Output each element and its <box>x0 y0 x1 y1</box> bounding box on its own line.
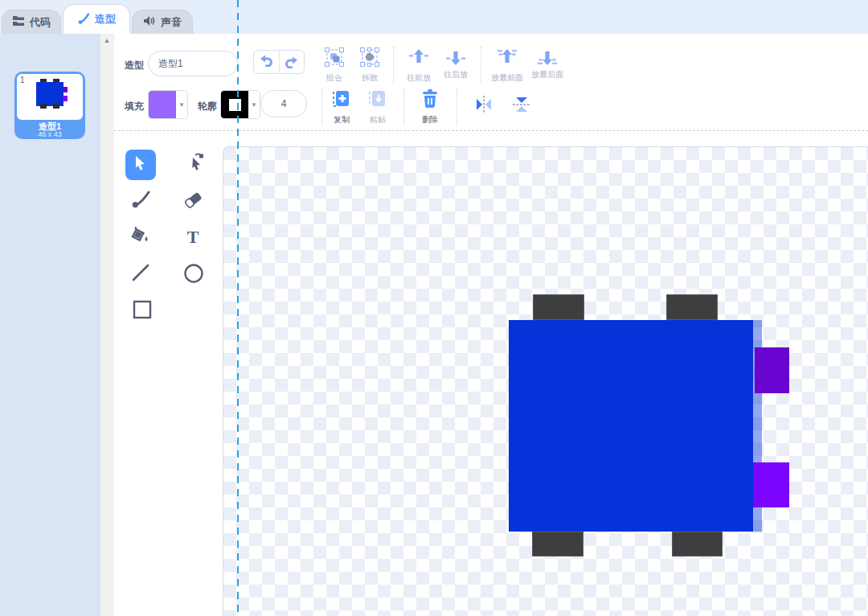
select-tool-icon <box>133 154 149 175</box>
stroke-width-input[interactable] <box>260 90 307 117</box>
layer-forward-label: 往前放 <box>407 72 431 84</box>
outline-label: 轮廓 <box>198 100 217 113</box>
layer-front-label: 放最前面 <box>491 72 523 84</box>
ungroup-icon <box>359 47 380 71</box>
costume-list-scrollbar[interactable] <box>100 34 114 616</box>
fill-tool-icon <box>128 225 150 249</box>
ungroup-button[interactable]: 拆散 <box>355 47 384 84</box>
copy-icon <box>332 88 351 113</box>
circle-tool-icon <box>183 263 204 287</box>
undo-icon <box>259 54 273 70</box>
fill-tool-button[interactable] <box>128 226 150 248</box>
mini-wheel-icon <box>40 104 47 109</box>
layer-forward-button[interactable]: 往前放 <box>403 47 435 84</box>
mini-car-body <box>36 82 63 106</box>
costume-thumbnail: 1 <box>17 74 83 120</box>
layer-front-button[interactable]: 放最前面 <box>487 47 527 84</box>
bumper-shape[interactable] <box>753 462 789 507</box>
line-tool-icon <box>130 262 151 286</box>
layer-back-button[interactable]: 放最后面 <box>527 47 567 80</box>
delete-label: 删除 <box>422 114 438 125</box>
fill-label: 填充 <box>125 100 144 113</box>
brush-tool-icon <box>130 189 151 213</box>
paint-canvas[interactable] <box>223 146 868 616</box>
reshape-tool-icon <box>187 153 207 177</box>
canvas-guide-line <box>237 0 239 616</box>
layer-back-label: 放最后面 <box>531 69 563 80</box>
flip-vertical-button[interactable] <box>510 95 533 117</box>
paste-button[interactable]: 粘贴 <box>366 88 390 125</box>
text-tool-icon: T <box>187 227 199 248</box>
fill-color-control[interactable]: ▾ <box>148 90 188 119</box>
tab-costumes-label: 造型 <box>95 12 116 27</box>
rectangle-tool-button[interactable] <box>131 300 154 322</box>
flip-vertical-icon <box>511 94 532 118</box>
toolbar-divider <box>481 47 481 84</box>
costume-name-input[interactable] <box>148 51 238 76</box>
undo-button[interactable] <box>254 51 279 73</box>
eraser-tool-button[interactable] <box>182 190 204 212</box>
costume-list-panel: 1 造型1 46 x 43 <box>0 34 100 616</box>
mini-bumper <box>63 96 68 101</box>
copy-button[interactable]: 复制 <box>330 88 354 125</box>
trash-icon <box>421 88 439 113</box>
eraser-tool-icon <box>182 189 203 213</box>
text-tool-button[interactable]: T <box>182 226 204 248</box>
outline-color-swatch <box>221 91 248 118</box>
mini-bumper <box>63 87 68 92</box>
flip-horizontal-button[interactable] <box>473 95 495 117</box>
tab-costumes[interactable]: 造型 <box>63 4 130 34</box>
dropdown-caret-icon: ▾ <box>176 91 187 118</box>
copy-label: 复制 <box>334 114 350 125</box>
car-body-shape[interactable] <box>509 320 753 532</box>
toolbar-divider <box>321 88 322 125</box>
scroll-up-icon[interactable]: ▲ <box>104 37 110 44</box>
costume-name-label: 造型 <box>125 59 144 72</box>
group-icon <box>324 47 345 71</box>
redo-button[interactable] <box>279 51 304 73</box>
tab-bar: 代码 造型 声音 <box>0 0 868 34</box>
undo-redo-group <box>253 50 305 74</box>
line-tool-button[interactable] <box>129 263 152 285</box>
toolbar-divider <box>457 88 457 125</box>
rectangle-tool-icon <box>132 299 153 323</box>
code-blocks-icon <box>12 15 25 29</box>
flip-horizontal-icon <box>473 94 494 118</box>
select-tool-button[interactable] <box>125 150 156 180</box>
wheel-shape[interactable] <box>672 532 723 556</box>
tab-sounds[interactable]: 声音 <box>132 10 193 34</box>
paintbrush-icon <box>77 12 90 27</box>
layer-backward-label: 往后放 <box>444 69 468 80</box>
wheel-shape[interactable] <box>533 294 584 320</box>
layer-front-icon <box>497 47 518 71</box>
reshape-tool-button[interactable] <box>186 154 208 176</box>
group-button[interactable]: 组合 <box>320 47 349 84</box>
layer-backward-icon <box>445 47 466 68</box>
tab-sounds-label: 声音 <box>161 15 182 30</box>
brush-tool-button[interactable] <box>129 190 152 212</box>
bumper-shape[interactable] <box>755 347 789 393</box>
toolbar-divider <box>393 47 394 84</box>
tab-code-label: 代码 <box>30 15 51 30</box>
paste-icon <box>368 88 387 113</box>
costume-index: 1 <box>20 76 25 84</box>
costume-item-selected[interactable]: 1 造型1 46 x 43 <box>14 72 85 139</box>
fill-color-swatch <box>149 91 176 118</box>
ungroup-label: 拆散 <box>362 72 378 84</box>
redo-icon <box>285 55 299 68</box>
layer-forward-icon <box>408 47 429 71</box>
dropdown-caret-icon: ▾ <box>248 91 260 118</box>
outline-color-control[interactable]: ▾ <box>220 90 260 119</box>
speaker-icon <box>143 15 156 29</box>
mini-wheel-icon <box>53 104 59 109</box>
costume-size: 46 x 43 <box>14 130 85 138</box>
wheel-shape[interactable] <box>666 294 718 320</box>
delete-button[interactable]: 删除 <box>418 88 442 125</box>
toolbar-divider <box>403 88 404 125</box>
group-label: 组合 <box>326 72 342 84</box>
wheel-shape[interactable] <box>532 532 583 556</box>
layer-backward-button[interactable]: 往后放 <box>440 47 472 80</box>
tab-code[interactable]: 代码 <box>2 10 61 34</box>
circle-tool-button[interactable] <box>182 264 205 286</box>
outline-swatch-hole <box>229 99 241 111</box>
